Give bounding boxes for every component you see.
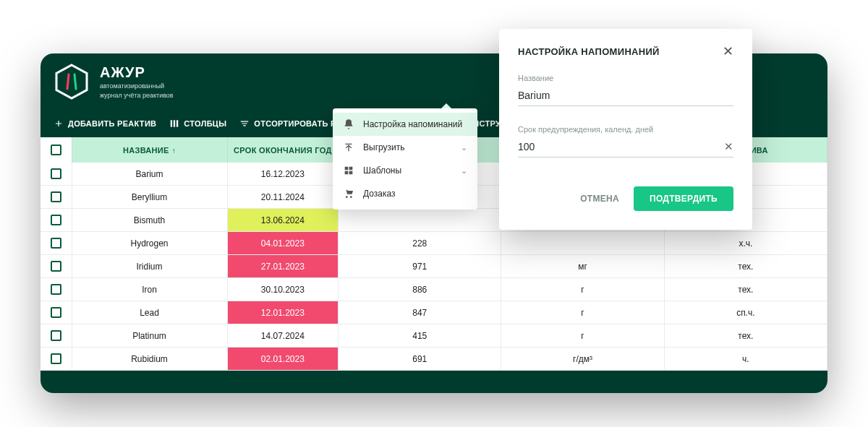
- row-qty-cell: 971: [339, 255, 501, 278]
- dropdown-item-reminders[interactable]: Настройка напоминаний: [333, 113, 477, 136]
- add-reagent-button[interactable]: ДОБАВИТЬ РЕАКТИВ: [54, 118, 156, 129]
- modal-title: НАСТРОЙКА НАПОМИНАНИЙ: [518, 46, 660, 57]
- plus-icon: [54, 118, 64, 129]
- row-checkbox-cell: [41, 163, 72, 186]
- table-row: Iron30.10.2023886гтех.: [41, 278, 827, 301]
- row-name-cell: Iron: [72, 278, 227, 301]
- logo-hexagon: [54, 64, 90, 100]
- row-checkbox[interactable]: [51, 261, 61, 272]
- dropdown-item-export-label: Выгрузить: [363, 142, 405, 152]
- row-react-cell: тех.: [664, 278, 827, 301]
- add-reagent-label: ДОБАВИТЬ РЕАКТИВ: [68, 119, 156, 128]
- row-checkbox[interactable]: [51, 238, 61, 249]
- dropdown-caret: [441, 103, 451, 108]
- row-checkbox-cell: [41, 301, 72, 324]
- row-checkbox[interactable]: [51, 353, 61, 364]
- dropdown-item-reorder[interactable]: Дозаказ: [333, 182, 477, 205]
- days-field-label: Срок предупреждения, календ. дней: [518, 125, 733, 134]
- row-checkbox-cell: [41, 209, 72, 232]
- row-checkbox-cell: [41, 348, 72, 371]
- row-react-cell: сп.ч.: [664, 301, 827, 324]
- columns-button[interactable]: СТОЛБЦЫ: [169, 118, 226, 129]
- row-date-cell: 16.12.2023: [227, 163, 339, 186]
- row-date-cell: 13.06.2024: [227, 209, 339, 232]
- table-row: Rubidium02.01.2023691г/дм³ч.: [41, 348, 827, 371]
- column-name-header[interactable]: НАЗВАНИЕ↑: [72, 137, 227, 163]
- row-qty-cell: 847: [339, 301, 501, 324]
- row-name-cell: Barium: [72, 163, 227, 186]
- name-input[interactable]: [518, 87, 733, 106]
- brand-subtitle-1: автоматизированный: [100, 82, 174, 90]
- brand-text: АЖУР автоматизированный журнал учёта реа…: [100, 64, 174, 100]
- row-name-cell: Beryllium: [72, 186, 227, 209]
- dropdown-item-reorder-label: Дозаказ: [363, 189, 396, 199]
- row-date-cell: 20.11.2024: [227, 186, 339, 209]
- row-checkbox[interactable]: [51, 191, 61, 202]
- row-qty-cell: 228: [339, 232, 501, 255]
- svg-rect-2: [174, 120, 175, 126]
- name-field: Название: [518, 74, 733, 106]
- table-row: Hydrogen04.01.2023228х.ч.: [41, 232, 827, 255]
- row-unit-cell: мг: [501, 255, 664, 278]
- upload-icon: [343, 142, 354, 153]
- dropdown-item-export[interactable]: Выгрузить ⌄: [333, 136, 477, 159]
- table-row: Platinum14.07.2024415гтех.: [41, 324, 827, 348]
- row-name-cell: Rubidium: [72, 348, 227, 371]
- row-checkbox-cell: [41, 278, 72, 301]
- row-name-cell: Bismuth: [72, 209, 227, 232]
- row-react-cell: тех.: [664, 324, 827, 348]
- sort-icon: [239, 118, 250, 129]
- row-name-cell: Iridium: [72, 255, 227, 278]
- clear-days-button[interactable]: ✕: [724, 140, 733, 153]
- row-qty-cell: 886: [339, 278, 501, 301]
- column-date-header[interactable]: СРОК ОКОНЧАНИЯ ГОД: [227, 137, 339, 163]
- modal-actions: ОТМЕНА ПОДТВЕРДИТЬ: [518, 186, 733, 211]
- tools-dropdown: Настройка напоминаний Выгрузить ⌄ Шаблон…: [333, 108, 477, 210]
- select-all-checkbox[interactable]: [51, 145, 61, 155]
- row-name-cell: Lead: [72, 301, 227, 324]
- row-react-cell: ч.: [664, 348, 827, 371]
- row-checkbox[interactable]: [51, 168, 61, 179]
- row-name-cell: Hydrogen: [72, 232, 227, 255]
- row-unit-cell: г: [501, 324, 664, 348]
- row-checkbox[interactable]: [51, 284, 61, 295]
- header-checkbox-cell: [41, 137, 72, 163]
- days-input[interactable]: [518, 138, 733, 158]
- row-react-cell: тех.: [664, 255, 827, 278]
- row-checkbox[interactable]: [51, 307, 61, 318]
- cancel-button[interactable]: ОТМЕНА: [580, 194, 619, 204]
- row-unit-cell: г/дм³: [501, 348, 664, 371]
- svg-rect-3: [176, 120, 178, 126]
- row-date-cell: 12.01.2023: [227, 301, 339, 324]
- row-unit-cell: г: [501, 301, 664, 324]
- row-checkbox[interactable]: [51, 215, 61, 225]
- row-name-cell: Platinum: [72, 324, 227, 348]
- brand-subtitle-2: журнал учёта реактивов: [100, 92, 174, 100]
- row-qty-cell: 691: [339, 348, 501, 371]
- dropdown-item-templates[interactable]: Шаблоны ⌄: [333, 159, 477, 182]
- days-field: Срок предупреждения, календ. дней ✕: [518, 125, 733, 158]
- row-checkbox-cell: [41, 232, 72, 255]
- dropdown-item-reminders-label: Настройка напоминаний: [363, 119, 462, 129]
- row-checkbox-cell: [41, 324, 72, 348]
- row-unit-cell: [501, 232, 664, 255]
- row-date-cell: 14.07.2024: [227, 324, 339, 348]
- brand-title: АЖУР: [100, 64, 174, 81]
- sort-asc-icon: ↑: [172, 147, 176, 155]
- row-date-cell: 27.01.2023: [227, 255, 339, 278]
- svg-rect-1: [171, 120, 172, 126]
- table-row: Lead12.01.2023847гсп.ч.: [41, 301, 827, 324]
- confirm-button[interactable]: ПОДТВЕРДИТЬ: [634, 186, 733, 211]
- name-field-label: Название: [518, 74, 733, 82]
- row-qty-cell: 415: [339, 324, 501, 348]
- chevron-down-icon: ⌄: [461, 143, 467, 152]
- row-react-cell: х.ч.: [664, 232, 827, 255]
- row-date-cell: 04.01.2023: [227, 232, 339, 255]
- svg-marker-0: [56, 65, 87, 98]
- chevron-down-icon: ⌄: [461, 166, 467, 176]
- columns-icon: [169, 118, 179, 129]
- modal-header: НАСТРОЙКА НАПОМИНАНИЙ ✕: [518, 45, 733, 58]
- modal-close-button[interactable]: ✕: [723, 45, 733, 58]
- row-checkbox[interactable]: [51, 330, 61, 341]
- dropdown-item-templates-label: Шаблоны: [363, 165, 401, 176]
